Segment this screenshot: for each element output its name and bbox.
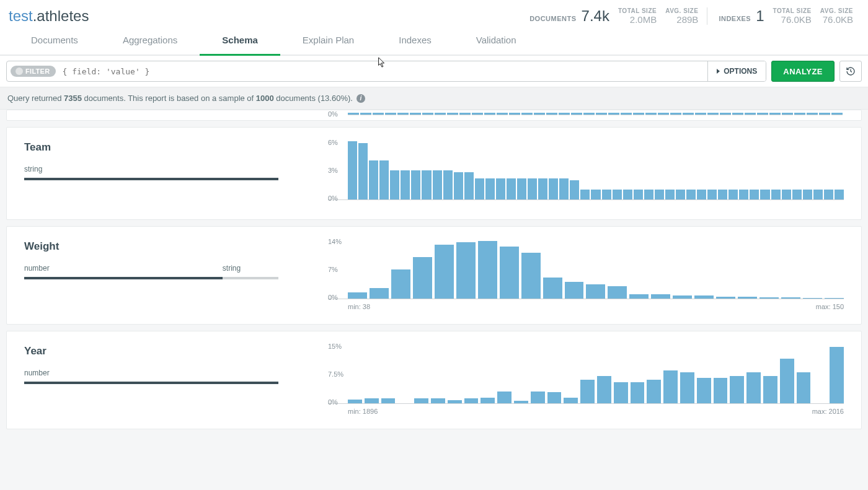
chart-bar[interactable]	[496, 178, 505, 199]
chart-bar[interactable]	[559, 178, 569, 199]
chart-bar[interactable]	[819, 113, 830, 115]
chart-bar[interactable]	[631, 382, 645, 403]
chart-bar[interactable]	[807, 113, 818, 115]
chart-bar[interactable]	[769, 113, 781, 115]
chart-bar[interactable]	[358, 143, 368, 199]
chart-bar[interactable]	[472, 113, 483, 115]
chart-bar[interactable]	[538, 178, 547, 199]
chart-bar[interactable]	[673, 295, 692, 299]
options-button[interactable]: OPTIONS	[707, 61, 766, 82]
chart-bar[interactable]	[580, 380, 595, 403]
chart-bar[interactable]	[547, 392, 562, 403]
chart-bar[interactable]	[543, 278, 562, 299]
chart-bar[interactable]	[546, 113, 557, 115]
history-button[interactable]	[839, 61, 862, 82]
chart-bar[interactable]	[732, 113, 743, 115]
chart-bar[interactable]	[746, 372, 761, 403]
tab-documents[interactable]: Documents	[9, 26, 100, 56]
chart-bar[interactable]	[379, 160, 389, 199]
chart-bar[interactable]	[750, 190, 759, 199]
type-segment[interactable]	[24, 382, 278, 384]
filter-field[interactable]: FILTER OPTIONS	[6, 61, 766, 82]
chart-bar[interactable]	[745, 113, 756, 115]
chart-bar[interactable]	[397, 113, 409, 115]
chart-bar[interactable]	[369, 160, 378, 199]
chart-bar[interactable]	[613, 190, 622, 199]
chart-bar[interactable]	[794, 113, 805, 115]
chart-bar[interactable]	[760, 297, 779, 299]
chart-bar[interactable]	[695, 113, 706, 115]
chart-bar[interactable]	[697, 378, 711, 403]
chart-bar[interactable]	[803, 298, 822, 299]
chart-bar[interactable]	[782, 190, 791, 199]
tab-explain-plan[interactable]: Explain Plan	[280, 26, 376, 56]
analyze-button[interactable]: ANALYZE	[771, 61, 835, 82]
tab-schema[interactable]: Schema	[200, 26, 280, 56]
chart-bar[interactable]	[559, 113, 570, 115]
chart-bar[interactable]	[781, 297, 800, 299]
chart-bar[interactable]	[782, 113, 793, 115]
chart-bar[interactable]	[763, 376, 777, 403]
chart-bar[interactable]	[694, 295, 714, 299]
chart-bar[interactable]	[629, 294, 649, 299]
chart-bar[interactable]	[534, 113, 545, 115]
chart-bar[interactable]	[580, 190, 590, 199]
chart-bar[interactable]	[480, 398, 495, 403]
tab-indexes[interactable]: Indexes	[376, 26, 454, 56]
chart-bar[interactable]	[718, 190, 727, 199]
chart-bar[interactable]	[459, 113, 471, 115]
chart-bar[interactable]	[348, 113, 359, 115]
chart-bar[interactable]	[586, 284, 605, 299]
chart-bar[interactable]	[475, 178, 484, 199]
chart-bar[interactable]	[517, 178, 526, 199]
chart-bar[interactable]	[686, 190, 696, 199]
chart-bar[interactable]	[484, 113, 495, 115]
chart-bar[interactable]	[780, 359, 794, 403]
chart-bar[interactable]	[414, 398, 428, 403]
chart-bar[interactable]	[583, 113, 595, 115]
chart-bar[interactable]	[797, 372, 811, 403]
chart-bar[interactable]	[825, 298, 844, 299]
chart-bar[interactable]	[730, 376, 744, 403]
chart-bar[interactable]	[348, 292, 367, 299]
chart-bar[interactable]	[670, 113, 681, 115]
chart-bar[interactable]	[707, 113, 719, 115]
type-label[interactable]: number	[24, 369, 278, 379]
chart-bar[interactable]	[464, 172, 474, 199]
chart-bar[interactable]	[644, 190, 653, 199]
chart-bar[interactable]	[435, 245, 454, 299]
chart-bar[interactable]	[431, 398, 445, 403]
chart-bar[interactable]	[365, 398, 379, 403]
chart-bar[interactable]	[633, 113, 644, 115]
chart-bar[interactable]	[623, 190, 632, 199]
chart-bar[interactable]	[390, 170, 399, 199]
chart-bar[interactable]	[663, 370, 678, 403]
chart-bar[interactable]	[411, 170, 420, 199]
chart-bar[interactable]	[597, 376, 611, 403]
type-segment[interactable]	[24, 178, 278, 180]
chart-bar[interactable]	[651, 294, 670, 299]
chart-bar[interactable]	[680, 372, 694, 403]
type-bar-weight[interactable]	[24, 277, 278, 279]
chart-bar[interactable]	[571, 113, 582, 115]
chart-bar[interactable]	[645, 113, 657, 115]
chart-bar[interactable]	[716, 297, 735, 299]
chart-bar[interactable]	[591, 190, 600, 199]
info-icon[interactable]: i	[356, 94, 365, 103]
chart-bar[interactable]	[443, 170, 453, 199]
chart-bar[interactable]	[497, 392, 512, 403]
chart-bar[interactable]	[348, 141, 357, 199]
chart-bar[interactable]	[521, 253, 541, 299]
tab-validation[interactable]: Validation	[454, 26, 539, 56]
chart-bar[interactable]	[570, 180, 579, 199]
chart-bar[interactable]	[500, 247, 519, 299]
chart-bar[interactable]	[456, 242, 476, 299]
chart-bar[interactable]	[707, 190, 717, 199]
type-bar-team[interactable]	[24, 178, 278, 180]
chart-bar[interactable]	[435, 113, 446, 115]
chart-bar[interactable]	[373, 113, 384, 115]
chart-bar[interactable]	[478, 241, 497, 299]
chart-bar[interactable]	[447, 113, 458, 115]
type-label[interactable]: string	[24, 165, 278, 175]
chart-bar[interactable]	[370, 288, 389, 299]
